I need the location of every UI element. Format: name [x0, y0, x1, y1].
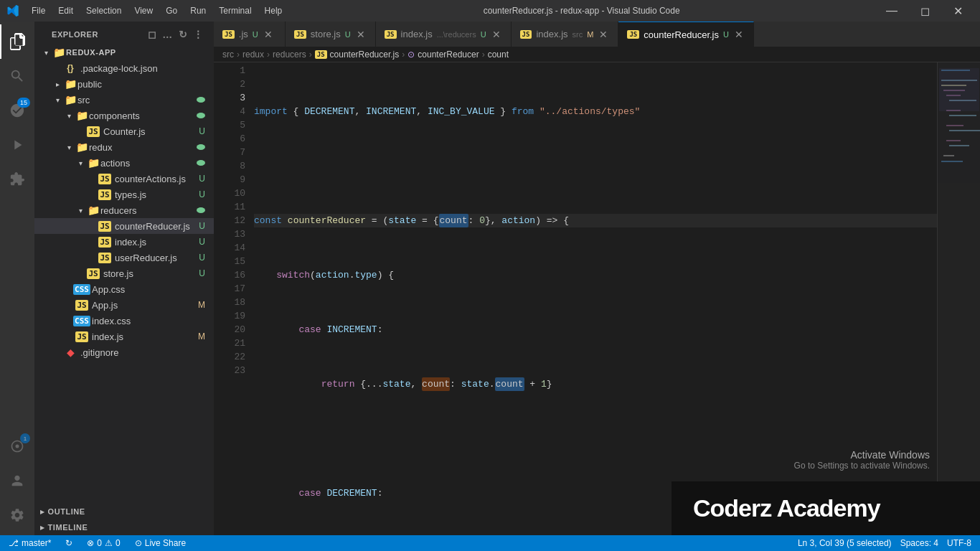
spaces-text: Spaces: 4: [900, 538, 938, 548]
status-right: Ln 3, Col 39 (5 selected) Spaces: 4 UTF-…: [795, 535, 974, 551]
tab-index-src[interactable]: JS index.js src M ✕: [512, 22, 619, 47]
position-text: Ln 3, Col 39 (5 selected): [798, 538, 892, 548]
status-branch[interactable]: ⎇ master*: [6, 535, 54, 551]
tree-item-app-js[interactable]: JS App.js M: [34, 297, 214, 313]
actions-arrow: ▾: [75, 159, 86, 167]
svg-rect-10: [949, 130, 980, 131]
menu-selection[interactable]: Selection: [80, 4, 127, 17]
run-debug-icon[interactable]: [0, 128, 34, 162]
tab-counter-reducer[interactable]: JS counterReducer.js U ✕: [618, 22, 754, 47]
breadcrumb-func-icon: ⊙: [407, 50, 415, 60]
ln-14: 14: [214, 241, 245, 255]
tree-item-types-js[interactable]: JS types.js U: [34, 187, 214, 202]
tab-close-3[interactable]: ✕: [491, 27, 502, 42]
tree-item-store-redux[interactable]: JS store.js U: [34, 265, 214, 281]
maximize-button[interactable]: ◻: [908, 0, 941, 22]
account-icon[interactable]: [0, 463, 34, 498]
status-position[interactable]: Ln 3, Col 39 (5 selected): [795, 535, 895, 551]
tree-item-gitignore[interactable]: ◆ .gitignore: [34, 344, 214, 360]
minimap[interactable]: [937, 62, 980, 535]
tree-item-reducers[interactable]: ▾ 📁 reducers: [34, 202, 214, 218]
code-line-1: import { DECREMENT, INCREMENT, INC_BY_VA…: [254, 105, 937, 118]
tree-item-package-lock[interactable]: {} .package-lock.json: [34, 60, 214, 76]
menu-run[interactable]: Run: [184, 4, 212, 17]
code-text[interactable]: import { DECREMENT, INCREMENT, INC_BY_VA…: [251, 62, 937, 535]
collapse-all-icon[interactable]: ⋮: [192, 27, 205, 42]
tree-item-index-css[interactable]: CSS index.css: [34, 313, 214, 329]
reducers-folder-icon: 📁: [86, 204, 100, 216]
tree-item-app-css[interactable]: CSS App.css: [34, 281, 214, 297]
tree-item-index-reducers[interactable]: JS index.js U: [34, 234, 214, 250]
menu-file[interactable]: File: [26, 4, 51, 17]
tree-item-public[interactable]: ▸ 📁 public: [34, 76, 214, 92]
tab-close-2[interactable]: ✕: [355, 27, 367, 42]
counter-actions-badge: U: [199, 174, 214, 184]
breadcrumb-src[interactable]: src: [222, 50, 234, 60]
app-js-badge: M: [198, 300, 214, 310]
tree-item-actions[interactable]: ▾ 📁 actions: [34, 155, 214, 171]
counter-badge: U: [199, 126, 214, 136]
tab-index-reducers-suffix: ...\reducers: [437, 30, 476, 39]
status-live-share[interactable]: ⊙ Live Share: [132, 535, 189, 551]
tree-item-user-reducer[interactable]: JS userReducer.js U: [34, 250, 214, 265]
timeline-header[interactable]: ▸ TIMELINE: [34, 519, 214, 535]
status-encoding[interactable]: UTF-8: [944, 535, 974, 551]
tab-js-unnamed[interactable]: JS .js U ✕: [214, 22, 286, 47]
menu-terminal[interactable]: Terminal: [213, 4, 257, 17]
settings-icon[interactable]: [0, 498, 34, 532]
tree-item-counter-reducer[interactable]: JS counterReducer.js U: [34, 218, 214, 234]
new-folder-icon[interactable]: …: [161, 27, 174, 42]
tree-item-components[interactable]: ▾ 📁 components: [34, 108, 214, 123]
store-redux-badge: U: [199, 268, 214, 278]
breadcrumb-redux[interactable]: redux: [242, 50, 264, 60]
svg-rect-13: [943, 155, 954, 156]
status-bar: ⎇ master* ↻ ⊗ 0 ⚠ 0 ⊙ Live Share Ln 3, C…: [0, 535, 980, 551]
close-button[interactable]: ✕: [941, 0, 974, 22]
coderz-brand: Coderz Academy: [693, 494, 880, 522]
tab-store-js[interactable]: JS store.js U ✕: [286, 22, 376, 47]
ln-1: 1: [214, 64, 245, 77]
tree-item-redux[interactable]: ▾ 📁 redux: [34, 139, 214, 155]
outline-label: OUTLINE: [48, 507, 85, 516]
breadcrumb-file[interactable]: counterReducer.js: [330, 50, 400, 60]
breadcrumb-function[interactable]: counterReducer: [418, 50, 479, 60]
tree-item-counter-actions[interactable]: JS counterActions.js U: [34, 171, 214, 187]
tree-root[interactable]: ▾ 📁 REDUX-APP: [34, 44, 214, 60]
tab-close-5[interactable]: ✕: [733, 27, 745, 42]
store-redux-icon: JS: [86, 268, 100, 279]
breadcrumb-count[interactable]: count: [488, 50, 509, 60]
menu-edit[interactable]: Edit: [52, 4, 79, 17]
source-control-icon[interactable]: 15: [0, 93, 34, 128]
tree-item-counter-js[interactable]: JS Counter.js U: [34, 123, 214, 139]
tree-item-src[interactable]: ▾ 📁 src: [34, 92, 214, 108]
tab-index-reducers-icon: JS: [385, 30, 397, 39]
new-file-icon[interactable]: ◻: [146, 27, 159, 42]
minimize-button[interactable]: —: [875, 0, 908, 22]
search-icon[interactable]: [0, 59, 34, 93]
menu-help[interactable]: Help: [259, 4, 288, 17]
menu-view[interactable]: View: [128, 4, 159, 17]
status-errors[interactable]: ⊗ 0 ⚠ 0: [84, 535, 123, 551]
warning-count: 0: [116, 538, 121, 548]
svg-rect-8: [949, 115, 976, 116]
explorer-actions: ◻ … ↻ ⋮: [146, 27, 205, 42]
tab-close-4[interactable]: ✕: [598, 27, 609, 42]
reducers-dot: [197, 207, 205, 213]
refresh-icon[interactable]: ↻: [177, 27, 189, 42]
tab-close-1[interactable]: ✕: [263, 27, 274, 42]
ln-7: 7: [214, 146, 245, 159]
breadcrumb-reducers[interactable]: reducers: [273, 50, 306, 60]
menu-go[interactable]: Go: [160, 4, 183, 17]
remote-icon[interactable]: 1: [0, 429, 34, 463]
tab-index-reducers[interactable]: JS index.js ...\reducers U ✕: [376, 22, 512, 47]
code-editor[interactable]: 1 2 3 4 5 6 7 8 9 10 11 12 13 14 15 16 1…: [214, 62, 980, 535]
status-sync[interactable]: ↻: [62, 535, 75, 551]
files-icon[interactable]: [0, 24, 34, 59]
redux-arrow: ▾: [63, 143, 75, 151]
tree-item-index-js[interactable]: JS index.js M: [34, 329, 214, 344]
outline-header[interactable]: ▸ OUTLINE: [34, 504, 214, 519]
status-spaces[interactable]: Spaces: 4: [897, 535, 941, 551]
coderz-watermark: Coderz Academy: [672, 481, 980, 535]
extensions-icon[interactable]: [0, 162, 34, 197]
tab-store-label: store.js: [311, 29, 341, 39]
